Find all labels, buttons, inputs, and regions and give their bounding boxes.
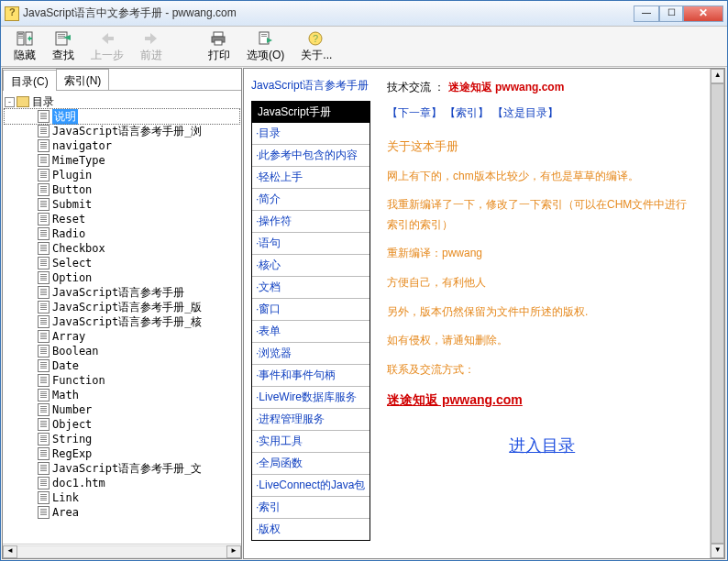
menu-item[interactable]: ·文档 — [252, 277, 370, 299]
folder-icon — [17, 96, 29, 107]
tree-item[interactable]: doc1.htm — [5, 476, 239, 490]
tab-contents[interactable]: 目录(C) — [3, 70, 57, 91]
menu-item[interactable]: ·LiveWire数据库服务 — [252, 387, 370, 409]
tree-item[interactable]: MimeType — [5, 153, 239, 168]
tree-item[interactable]: Option — [5, 270, 239, 285]
page-icon — [38, 286, 50, 299]
tree-item[interactable]: 说明 — [5, 109, 239, 124]
tree[interactable]: - 目录 说明JavaScript语言参考手册_浏navigatorMimeTy… — [3, 91, 241, 544]
scroll-left-icon[interactable]: ◄ — [3, 545, 17, 558]
hide-button[interactable]: 隐藏 — [6, 28, 43, 65]
tree-item[interactable]: Math — [5, 388, 239, 402]
nav-hscroll[interactable]: ◄ ► — [3, 544, 241, 558]
content-inner: JavaScript语言参考手册 JavaScript手册 ·目录·此参考中包含… — [244, 69, 710, 558]
svg-rect-7 — [58, 36, 65, 37]
print-button[interactable]: 打印 — [201, 28, 237, 65]
scroll-right-icon[interactable]: ► — [226, 545, 241, 558]
tree-item[interactable]: Area — [5, 505, 239, 520]
tree-item[interactable]: Select — [5, 256, 239, 270]
nav-index[interactable]: 【索引】 — [445, 106, 489, 119]
tree-item[interactable]: JavaScript语言参考手册_版 — [5, 300, 239, 314]
tree-item[interactable]: JavaScript语言参考手册_核 — [5, 314, 239, 329]
menu-item[interactable]: ·LiveConnect的Java包 — [252, 475, 370, 497]
menu-item[interactable]: ·进程管理服务 — [252, 409, 370, 431]
tree-item-label: JavaScript语言参考手册_文 — [52, 461, 202, 477]
svg-rect-1 — [18, 33, 23, 35]
app-window: JavaScript语言中文参考手册 - pwwang.com — ☐ ✕ 隐藏… — [0, 0, 728, 561]
contact-link[interactable]: 迷途知返 pwwang.com — [387, 392, 523, 407]
hide-label: 隐藏 — [14, 48, 36, 63]
tree-item[interactable]: Date — [5, 358, 239, 373]
tree-item-label: Checkbox — [52, 242, 105, 255]
forward-icon — [142, 30, 160, 47]
tree-item[interactable]: Link — [5, 490, 239, 505]
tree-item-label: navigator — [52, 139, 112, 152]
tree-item-label: Select — [52, 257, 92, 270]
tech-link[interactable]: 迷途知返 pwwang.com — [448, 81, 565, 94]
tree-item[interactable]: Reset — [5, 212, 239, 226]
menu-item[interactable]: ·表单 — [252, 321, 370, 343]
tree-item[interactable]: JavaScript语言参考手册_浏 — [5, 124, 239, 138]
tree-item[interactable]: Plugin — [5, 168, 239, 182]
menu-item[interactable]: ·语句 — [252, 233, 370, 255]
tree-item[interactable]: Radio — [5, 226, 239, 241]
tree-root[interactable]: - 目录 — [5, 94, 239, 109]
options-button[interactable]: 选项(O) — [239, 28, 292, 65]
para-7: 联系及交流方式： — [387, 360, 697, 380]
back-icon — [98, 30, 116, 47]
tree-item[interactable]: Submit — [5, 197, 239, 212]
scroll-track[interactable] — [17, 545, 226, 558]
menu-item[interactable]: ·索引 — [252, 497, 370, 519]
scroll-up-icon[interactable]: ▲ — [711, 69, 724, 83]
tree-item[interactable]: Array — [5, 329, 239, 344]
close-button[interactable]: ✕ — [683, 6, 723, 22]
find-button[interactable]: 查找 — [45, 28, 82, 65]
page-icon — [38, 315, 50, 328]
about-button[interactable]: ? 关于... — [293, 28, 339, 65]
menu-item[interactable]: ·全局函数 — [252, 453, 370, 475]
tab-index[interactable]: 索引(N) — [56, 69, 110, 90]
menu-item[interactable]: ·目录 — [252, 123, 370, 145]
page-icon — [38, 374, 50, 387]
tree-item-label: Number — [52, 403, 92, 416]
menu-item[interactable]: ·轻松上手 — [252, 167, 370, 189]
tree-item-label: Math — [52, 389, 79, 402]
tree-item[interactable]: JavaScript语言参考手册 — [5, 285, 239, 300]
tree-item[interactable]: Button — [5, 182, 239, 197]
tree-item[interactable]: Number — [5, 402, 239, 417]
tree-item[interactable]: RegExp — [5, 446, 239, 461]
tree-item[interactable]: String — [5, 432, 239, 446]
nav-next[interactable]: 【下一章】 — [387, 106, 442, 119]
scroll-down-icon[interactable]: ▼ — [711, 544, 724, 558]
tree-item[interactable]: Boolean — [5, 344, 239, 358]
tree-item[interactable]: Function — [5, 373, 239, 388]
maximize-button[interactable]: ☐ — [659, 6, 683, 22]
menu-item[interactable]: ·实用工具 — [252, 431, 370, 453]
menu-item[interactable]: ·版权 — [252, 519, 370, 540]
page-icon — [38, 271, 50, 284]
content-vscroll[interactable]: ▲ ▼ — [710, 69, 724, 558]
menu-item[interactable]: ·浏览器 — [252, 343, 370, 365]
tree-item[interactable]: Object — [5, 417, 239, 432]
minimize-button[interactable]: — — [634, 6, 659, 22]
titlebar[interactable]: JavaScript语言中文参考手册 - pwwang.com — ☐ ✕ — [1, 1, 727, 27]
ref-title: JavaScript语言参考手册 — [251, 78, 374, 94]
para-5: 另外，版本仍然保留为文件中所述的版权. — [387, 302, 697, 323]
tree-item-label: Area — [52, 506, 79, 519]
menu-item[interactable]: ·操作符 — [252, 211, 370, 233]
menu-item[interactable]: ·事件和事件句柄 — [252, 365, 370, 387]
menu-item[interactable]: ·此参考中包含的内容 — [252, 145, 370, 167]
collapse-icon[interactable]: - — [5, 97, 15, 107]
svg-rect-12 — [215, 40, 222, 45]
tree-item[interactable]: JavaScript语言参考手册_文 — [5, 461, 239, 476]
tree-item-label: doc1.htm — [52, 477, 105, 490]
menu-item[interactable]: ·核心 — [252, 255, 370, 277]
nav-toc[interactable]: 【这是目录】 — [492, 106, 558, 119]
scroll-thumb[interactable] — [711, 83, 724, 544]
menu-item[interactable]: ·窗口 — [252, 299, 370, 321]
content-sidebar: JavaScript语言参考手册 JavaScript手册 ·目录·此参考中包含… — [244, 69, 374, 558]
tree-item[interactable]: navigator — [5, 138, 239, 153]
enter-toc-link[interactable]: 进入目录 — [387, 431, 697, 460]
tree-item[interactable]: Checkbox — [5, 241, 239, 256]
menu-item[interactable]: ·简介 — [252, 189, 370, 211]
